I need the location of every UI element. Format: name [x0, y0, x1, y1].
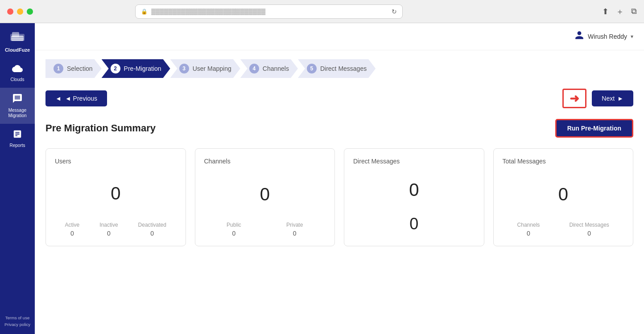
steps-container: 1 Selection 2 Pre-Migration 3 User Mappi… — [35, 50, 644, 78]
prev-arrow-icon: ◄ — [55, 95, 62, 102]
run-pre-migration-button[interactable]: Run Pre-Migration — [555, 119, 633, 138]
users-card-title: Users — [55, 158, 177, 165]
step-1[interactable]: 1 Selection — [45, 59, 102, 78]
total-messages-card-footer: Channels 0 Direct Messages 0 — [503, 222, 624, 237]
top-bar: Wirush Reddy ▾ — [35, 23, 644, 50]
step-3[interactable]: 3 User Mapping — [170, 59, 240, 78]
users-card-main-value: 0 — [55, 172, 177, 215]
channels-card: Channels 0 Public 0 Private 0 — [195, 148, 335, 246]
terms-of-use-link[interactable]: Terms of use — [5, 315, 29, 320]
users-deactivated-stat: Deactivated 0 — [138, 222, 166, 237]
summary-header: Pre Migration Summary Run Pre-Migration — [45, 119, 633, 138]
direct-messages-card: Direct Messages 0 0 — [344, 148, 484, 246]
reports-icon — [12, 129, 22, 141]
users-card-footer: Active 0 Inactive 0 Deactivated 0 — [55, 222, 177, 237]
users-active-label: Active — [65, 222, 80, 228]
close-button[interactable] — [7, 8, 13, 15]
reload-icon[interactable]: ↻ — [392, 8, 397, 15]
channels-card-main-value: 0 — [204, 172, 326, 216]
users-inactive-value: 0 — [107, 230, 111, 237]
step-2[interactable]: 2 Pre-Migration — [102, 59, 170, 78]
step-4[interactable]: 4 Channels — [240, 59, 298, 78]
dm-card-main-value: 0 — [409, 172, 419, 208]
nav-buttons-row: ◄ ◄ Previous ➜ Next ► — [45, 89, 633, 108]
users-inactive-label: Inactive — [99, 222, 118, 228]
url-bar[interactable]: 🔒 ▓▓▓▓▓▓▓▓▓▓▓▓▓▓▓▓▓▓▓▓▓▓▓▓▓▓▓ ↻ — [135, 4, 403, 19]
svg-rect-2 — [11, 36, 24, 41]
url-text: ▓▓▓▓▓▓▓▓▓▓▓▓▓▓▓▓▓▓▓▓▓▓▓▓▓▓▓ — [151, 8, 388, 15]
arrow-indicator: ➜ — [562, 89, 586, 108]
step-4-box[interactable]: 4 Channels — [240, 59, 298, 78]
previous-button[interactable]: ◄ ◄ Previous — [45, 90, 107, 106]
total-dm-value: 0 — [587, 230, 591, 237]
step-2-box[interactable]: 2 Pre-Migration — [102, 59, 170, 78]
content-area: ◄ ◄ Previous ➜ Next ► Pre Migration Summ… — [35, 78, 644, 334]
users-inactive-stat: Inactive 0 — [99, 222, 118, 237]
total-messages-card-main-value: 0 — [503, 172, 624, 216]
total-channels-label: Channels — [517, 222, 540, 228]
channels-public-label: Public — [227, 222, 241, 228]
step-2-number: 2 — [111, 64, 120, 73]
new-tab-icon[interactable]: ＋ — [616, 6, 624, 17]
step-5-box[interactable]: 5 Direct Messages — [298, 59, 376, 78]
users-deactivated-label: Deactivated — [138, 222, 166, 228]
summary-title: Pre Migration Summary — [45, 122, 156, 134]
users-active-stat: Active 0 — [65, 222, 80, 237]
previous-label: ◄ Previous — [65, 95, 97, 102]
next-button[interactable]: Next ► — [592, 90, 633, 106]
step-3-number: 3 — [179, 64, 189, 73]
main-content: Wirush Reddy ▾ 1 Selection 2 Pre-Migrati… — [35, 23, 644, 334]
step-3-box[interactable]: 3 User Mapping — [170, 59, 240, 78]
app-container: CloudFuze Clouds MessageMigration — [0, 23, 644, 334]
clouds-icon — [12, 65, 23, 75]
next-section: ➜ Next ► — [562, 89, 633, 108]
share-icon[interactable]: ⬆ — [602, 7, 609, 16]
cards-grid: Users 0 Active 0 Inactive 0 Deactivated — [45, 148, 633, 246]
step-4-label: Channels — [263, 65, 289, 72]
next-label: Next — [602, 95, 615, 102]
logo-text: CloudFuze — [5, 47, 30, 53]
users-deactivated-value: 0 — [150, 230, 154, 237]
sidebar-item-clouds[interactable]: Clouds — [0, 60, 35, 88]
maximize-button[interactable] — [27, 8, 33, 15]
title-bar: 🔒 ▓▓▓▓▓▓▓▓▓▓▓▓▓▓▓▓▓▓▓▓▓▓▓▓▓▓▓ ↻ ⬆ ＋ ⧉ — [0, 0, 644, 23]
step-4-number: 4 — [249, 64, 259, 73]
sidebar-item-reports[interactable]: Reports — [0, 124, 35, 154]
chevron-down-icon: ▾ — [631, 33, 633, 40]
channels-private-label: Private — [286, 222, 303, 228]
total-messages-card-title: Total Messages — [503, 158, 624, 165]
total-messages-card: Total Messages 0 Channels 0 Direct Messa… — [493, 148, 634, 246]
total-dm-stat: Direct Messages 0 — [570, 222, 609, 237]
sidebar-item-message-migration[interactable]: MessageMigration — [0, 88, 35, 124]
step-2-label: Pre-Migration — [124, 65, 161, 72]
minimize-button[interactable] — [17, 8, 23, 15]
step-1-box[interactable]: 1 Selection — [45, 59, 102, 78]
channels-card-title: Channels — [204, 158, 326, 165]
title-bar-actions: ⬆ ＋ ⧉ — [602, 6, 637, 17]
dm-card-sub-value: 0 — [409, 215, 418, 233]
sidebar: CloudFuze Clouds MessageMigration — [0, 23, 35, 334]
users-active-value: 0 — [70, 230, 74, 237]
sidebar-item-message-migration-label: MessageMigration — [8, 108, 26, 118]
message-migration-icon — [12, 93, 23, 106]
channels-card-footer: Public 0 Private 0 — [204, 222, 326, 237]
users-card: Users 0 Active 0 Inactive 0 Deactivated — [45, 148, 186, 246]
lock-icon: 🔒 — [141, 8, 148, 15]
total-channels-value: 0 — [527, 230, 530, 237]
privacy-policy-link[interactable]: Privacy policy — [4, 322, 30, 327]
channels-public-value: 0 — [232, 230, 236, 237]
windows-icon[interactable]: ⧉ — [631, 7, 637, 16]
total-dm-label: Direct Messages — [570, 222, 609, 228]
user-avatar-icon — [574, 30, 584, 43]
sidebar-item-reports-label: Reports — [9, 143, 25, 148]
arrow-right-icon: ➜ — [570, 92, 579, 106]
channels-public-stat: Public 0 — [227, 222, 241, 237]
sidebar-footer: Terms of use Privacy policy — [3, 308, 32, 334]
dm-card-title: Direct Messages — [353, 158, 475, 165]
user-info[interactable]: Wirush Reddy ▾ — [574, 30, 633, 43]
channels-private-value: 0 — [293, 230, 297, 237]
user-name: Wirush Reddy — [588, 33, 627, 40]
step-5-number: 5 — [307, 64, 317, 73]
step-5[interactable]: 5 Direct Messages — [298, 59, 376, 78]
step-1-label: Selection — [67, 65, 93, 72]
